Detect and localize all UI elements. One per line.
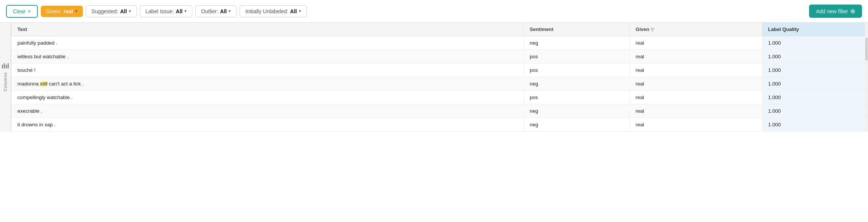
cell-label-quality: 1.000 xyxy=(762,50,868,64)
columns-label: Columns xyxy=(3,72,8,91)
cell-label-quality: 1.000 xyxy=(762,104,868,118)
cell-given: real xyxy=(630,36,762,50)
table-row[interactable]: madonna still can't act a lick .negreal1… xyxy=(11,77,868,91)
cell-sentiment: neg xyxy=(523,118,629,132)
suggested-filter-button[interactable]: Suggested: All ▾ xyxy=(86,5,137,17)
cell-label-quality: 1.000 xyxy=(762,36,868,50)
cell-given: real xyxy=(630,64,762,77)
cell-text: painfully padded . xyxy=(11,36,523,50)
add-filter-button[interactable]: Add new filter ⊕ xyxy=(809,5,862,18)
cell-given: real xyxy=(630,50,762,64)
cell-given: real xyxy=(630,91,762,104)
table-wrapper: Columns Text Sentiment Given ▽ Lab xyxy=(0,23,868,132)
scrollbar-track[interactable] xyxy=(865,23,868,132)
cell-label-quality: 1.000 xyxy=(762,91,868,104)
clear-label: Clear xyxy=(13,8,25,14)
label-issue-prefix: Label Issue: xyxy=(145,8,174,14)
cell-label-quality: 1.000 xyxy=(762,77,868,91)
filter-bar: Clear × Given: real ▾ Suggested: All ▾ L… xyxy=(0,0,868,23)
cell-sentiment: pos xyxy=(523,64,629,77)
label-issue-value: All xyxy=(176,8,183,14)
label-issue-filter-button[interactable]: Label Issue: All ▾ xyxy=(140,5,192,17)
cell-sentiment: neg xyxy=(523,104,629,118)
scrollbar-thumb[interactable] xyxy=(865,38,868,61)
outlier-chevron-icon: ▾ xyxy=(229,9,231,14)
outlier-filter-button[interactable]: Outlier: All ▾ xyxy=(195,5,237,17)
columns-toggle-button[interactable]: Columns xyxy=(0,23,11,132)
table-row[interactable]: painfully padded .negreal1.000 xyxy=(11,36,868,50)
table-row[interactable]: execrable .negreal1.000 xyxy=(11,104,868,118)
add-filter-plus-icon: ⊕ xyxy=(850,8,855,15)
columns-icon xyxy=(2,63,9,68)
outlier-prefix: Outlier: xyxy=(201,8,218,14)
cell-text: compellingly watchable . xyxy=(11,91,523,104)
cell-given: real xyxy=(630,77,762,91)
cell-label-quality: 1.000 xyxy=(762,118,868,132)
table-row[interactable]: witless but watchable .posreal1.000 xyxy=(11,50,868,64)
column-header-text: Text xyxy=(11,23,523,36)
cell-given: real xyxy=(630,104,762,118)
cell-text: execrable . xyxy=(11,104,523,118)
clear-button[interactable]: Clear × xyxy=(6,5,38,18)
table-header-row: Text Sentiment Given ▽ Label Quality xyxy=(11,23,868,36)
cell-text: witless but watchable . xyxy=(11,50,523,64)
cell-given: real xyxy=(630,118,762,132)
table-row[interactable]: touché !posreal1.000 xyxy=(11,64,868,77)
cell-sentiment: neg xyxy=(523,36,629,50)
cell-label-quality: 1.000 xyxy=(762,64,868,77)
cell-text: it drowns in sap . xyxy=(11,118,523,132)
label-issue-chevron-icon: ▾ xyxy=(184,9,187,14)
suggested-prefix: Suggested: xyxy=(91,8,118,14)
table-row[interactable]: compellingly watchable .posreal1.000 xyxy=(11,91,868,104)
column-header-given[interactable]: Given ▽ xyxy=(630,23,762,36)
column-header-sentiment: Sentiment xyxy=(523,23,629,36)
given-value: real xyxy=(63,8,73,14)
column-header-label-quality: Label Quality xyxy=(762,23,868,36)
initially-unlabeled-prefix: Initially Unlabeled: xyxy=(245,8,288,14)
cell-sentiment: pos xyxy=(523,91,629,104)
given-filter-button[interactable]: Given: real ▾ xyxy=(41,6,83,17)
cell-sentiment: neg xyxy=(523,77,629,91)
table-row[interactable]: it drowns in sap .negreal1.000 xyxy=(11,118,868,132)
suggested-chevron-icon: ▾ xyxy=(129,9,131,14)
cell-text: touché ! xyxy=(11,64,523,77)
cell-text: madonna still can't act a lick . xyxy=(11,77,523,91)
suggested-value: All xyxy=(120,8,127,14)
initially-unlabeled-value: All xyxy=(290,8,297,14)
given-prefix: Given: xyxy=(46,8,61,14)
cell-sentiment: pos xyxy=(523,50,629,64)
data-table: Text Sentiment Given ▽ Label Quality pai… xyxy=(11,23,868,132)
given-chevron-icon: ▾ xyxy=(75,9,77,14)
table-body: painfully padded .negreal1.000witless bu… xyxy=(11,36,868,132)
initially-unlabeled-filter-button[interactable]: Initially Unlabeled: All ▾ xyxy=(240,5,307,17)
add-filter-label: Add new filter xyxy=(816,8,848,14)
given-sort-icon: ▽ xyxy=(651,27,654,32)
initially-unlabeled-chevron-icon: ▾ xyxy=(299,9,301,14)
clear-icon: × xyxy=(28,8,31,14)
outlier-value: All xyxy=(220,8,227,14)
